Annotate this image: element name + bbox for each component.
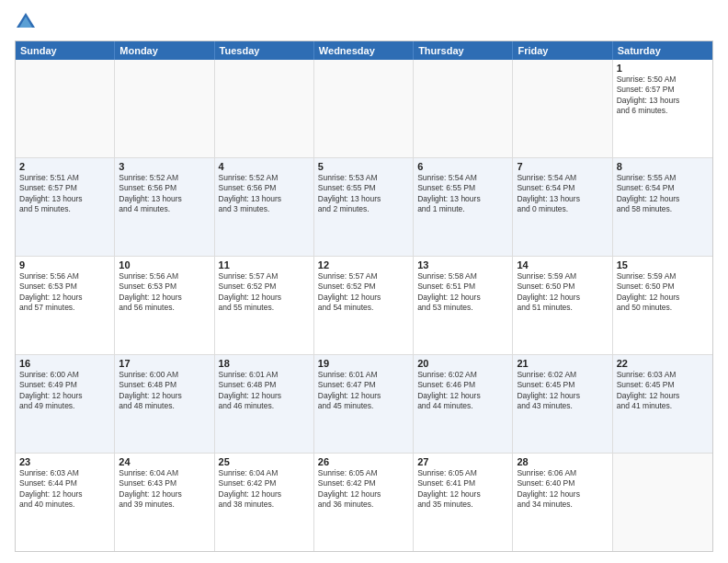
day-number: 25 <box>219 456 310 467</box>
day-number: 8 <box>617 161 709 172</box>
cal-cell-r3-c3: 19Sunrise: 6:01 AM Sunset: 6:47 PM Dayli… <box>314 355 414 453</box>
cell-info: Sunrise: 6:00 AM Sunset: 6:49 PM Dayligh… <box>19 370 110 412</box>
cell-info: Sunrise: 5:52 AM Sunset: 6:56 PM Dayligh… <box>119 173 210 215</box>
cal-cell-r0-c6: 1Sunrise: 5:50 AM Sunset: 6:57 PM Daylig… <box>613 60 712 157</box>
cal-cell-r2-c2: 11Sunrise: 5:57 AM Sunset: 6:52 PM Dayli… <box>215 257 314 354</box>
cal-cell-r4-c2: 25Sunrise: 6:04 AM Sunset: 6:42 PM Dayli… <box>215 454 314 551</box>
cal-cell-r2-c0: 9Sunrise: 5:56 AM Sunset: 6:53 PM Daylig… <box>16 257 115 354</box>
day-number: 21 <box>517 358 608 369</box>
day-number: 18 <box>219 358 310 369</box>
cal-cell-r0-c1 <box>115 60 214 157</box>
day-number: 19 <box>318 358 409 369</box>
cell-info: Sunrise: 5:56 AM Sunset: 6:53 PM Dayligh… <box>119 271 210 314</box>
cal-cell-r1-c1: 3Sunrise: 5:52 AM Sunset: 6:56 PM Daylig… <box>115 158 214 256</box>
calendar-header: SundayMondayTuesdayWednesdayThursdayFrid… <box>16 41 712 60</box>
cal-cell-r0-c3 <box>314 60 414 157</box>
cal-cell-r1-c2: 4Sunrise: 5:52 AM Sunset: 6:56 PM Daylig… <box>215 158 314 256</box>
day-number: 20 <box>417 358 508 369</box>
cell-info: Sunrise: 5:57 AM Sunset: 6:52 PM Dayligh… <box>318 271 409 314</box>
cell-info: Sunrise: 5:56 AM Sunset: 6:53 PM Dayligh… <box>19 271 110 314</box>
day-number: 15 <box>617 259 709 270</box>
day-number: 13 <box>417 259 508 270</box>
header-day-thursday: Thursday <box>414 41 513 60</box>
logo <box>15 11 40 33</box>
cal-cell-r4-c6 <box>613 454 712 551</box>
cal-cell-r3-c2: 18Sunrise: 6:01 AM Sunset: 6:48 PM Dayli… <box>215 355 314 453</box>
cell-info: Sunrise: 5:57 AM Sunset: 6:52 PM Dayligh… <box>219 271 310 314</box>
header-day-friday: Friday <box>513 41 612 60</box>
cell-info: Sunrise: 5:50 AM Sunset: 6:57 PM Dayligh… <box>617 75 709 117</box>
cell-info: Sunrise: 5:54 AM Sunset: 6:55 PM Dayligh… <box>417 173 508 215</box>
day-number: 2 <box>19 161 110 172</box>
day-number: 4 <box>219 161 310 172</box>
day-number: 10 <box>119 259 210 270</box>
cell-info: Sunrise: 5:55 AM Sunset: 6:54 PM Dayligh… <box>617 173 709 215</box>
cal-cell-r4-c0: 23Sunrise: 6:03 AM Sunset: 6:44 PM Dayli… <box>16 454 115 551</box>
header-day-saturday: Saturday <box>613 41 712 60</box>
calendar-row-0: 1Sunrise: 5:50 AM Sunset: 6:57 PM Daylig… <box>16 60 712 158</box>
day-number: 6 <box>417 161 508 172</box>
cal-cell-r0-c2 <box>215 60 314 157</box>
cal-cell-r4-c1: 24Sunrise: 6:04 AM Sunset: 6:43 PM Dayli… <box>115 454 214 551</box>
day-number: 26 <box>318 456 409 467</box>
cal-cell-r3-c5: 21Sunrise: 6:02 AM Sunset: 6:45 PM Dayli… <box>513 355 612 453</box>
cal-cell-r0-c0 <box>16 60 115 157</box>
cell-info: Sunrise: 6:02 AM Sunset: 6:46 PM Dayligh… <box>417 370 508 412</box>
calendar-row-3: 16Sunrise: 6:00 AM Sunset: 6:49 PM Dayli… <box>16 355 712 454</box>
cell-info: Sunrise: 6:05 AM Sunset: 6:41 PM Dayligh… <box>417 468 508 511</box>
cell-info: Sunrise: 5:59 AM Sunset: 6:50 PM Dayligh… <box>517 271 608 314</box>
page: SundayMondayTuesdayWednesdayThursdayFrid… <box>0 0 728 563</box>
header <box>15 11 713 33</box>
cal-cell-r1-c4: 6Sunrise: 5:54 AM Sunset: 6:55 PM Daylig… <box>414 158 513 256</box>
header-day-wednesday: Wednesday <box>314 41 414 60</box>
cell-info: Sunrise: 5:53 AM Sunset: 6:55 PM Dayligh… <box>318 173 409 215</box>
day-number: 3 <box>119 161 210 172</box>
day-number: 5 <box>318 161 409 172</box>
day-number: 22 <box>617 358 709 369</box>
cell-info: Sunrise: 6:04 AM Sunset: 6:42 PM Dayligh… <box>219 468 310 511</box>
calendar-row-4: 23Sunrise: 6:03 AM Sunset: 6:44 PM Dayli… <box>16 454 712 551</box>
cal-cell-r3-c4: 20Sunrise: 6:02 AM Sunset: 6:46 PM Dayli… <box>414 355 513 453</box>
header-day-monday: Monday <box>115 41 214 60</box>
header-day-tuesday: Tuesday <box>215 41 314 60</box>
cal-cell-r2-c3: 12Sunrise: 5:57 AM Sunset: 6:52 PM Dayli… <box>314 257 414 354</box>
cal-cell-r3-c6: 22Sunrise: 6:03 AM Sunset: 6:45 PM Dayli… <box>613 355 712 453</box>
cal-cell-r3-c1: 17Sunrise: 6:00 AM Sunset: 6:48 PM Dayli… <box>115 355 214 453</box>
cell-info: Sunrise: 6:06 AM Sunset: 6:40 PM Dayligh… <box>517 468 608 511</box>
cal-cell-r4-c3: 26Sunrise: 6:05 AM Sunset: 6:42 PM Dayli… <box>314 454 414 551</box>
calendar-row-1: 2Sunrise: 5:51 AM Sunset: 6:57 PM Daylig… <box>16 158 712 257</box>
cell-info: Sunrise: 6:03 AM Sunset: 6:44 PM Dayligh… <box>19 468 110 511</box>
day-number: 23 <box>19 456 110 467</box>
cell-info: Sunrise: 5:52 AM Sunset: 6:56 PM Dayligh… <box>219 173 310 215</box>
cell-info: Sunrise: 6:00 AM Sunset: 6:48 PM Dayligh… <box>119 370 210 412</box>
cal-cell-r1-c0: 2Sunrise: 5:51 AM Sunset: 6:57 PM Daylig… <box>16 158 115 256</box>
cal-cell-r2-c1: 10Sunrise: 5:56 AM Sunset: 6:53 PM Dayli… <box>115 257 214 354</box>
day-number: 17 <box>119 358 210 369</box>
cell-info: Sunrise: 5:51 AM Sunset: 6:57 PM Dayligh… <box>19 173 110 215</box>
day-number: 1 <box>617 63 709 74</box>
cal-cell-r2-c5: 14Sunrise: 5:59 AM Sunset: 6:50 PM Dayli… <box>513 257 612 354</box>
day-number: 14 <box>517 259 608 270</box>
cell-info: Sunrise: 5:58 AM Sunset: 6:51 PM Dayligh… <box>417 271 508 314</box>
cell-info: Sunrise: 6:04 AM Sunset: 6:43 PM Dayligh… <box>119 468 210 511</box>
cell-info: Sunrise: 6:01 AM Sunset: 6:47 PM Dayligh… <box>318 370 409 412</box>
day-number: 28 <box>517 456 608 467</box>
day-number: 24 <box>119 456 210 467</box>
cal-cell-r4-c5: 28Sunrise: 6:06 AM Sunset: 6:40 PM Dayli… <box>513 454 612 551</box>
day-number: 7 <box>517 161 608 172</box>
cell-info: Sunrise: 6:05 AM Sunset: 6:42 PM Dayligh… <box>318 468 409 511</box>
calendar: SundayMondayTuesdayWednesdayThursdayFrid… <box>15 40 713 552</box>
cell-info: Sunrise: 6:03 AM Sunset: 6:45 PM Dayligh… <box>617 370 709 412</box>
cal-cell-r2-c4: 13Sunrise: 5:58 AM Sunset: 6:51 PM Dayli… <box>414 257 513 354</box>
cal-cell-r0-c4 <box>414 60 513 157</box>
cal-cell-r4-c4: 27Sunrise: 6:05 AM Sunset: 6:41 PM Dayli… <box>414 454 513 551</box>
calendar-row-2: 9Sunrise: 5:56 AM Sunset: 6:53 PM Daylig… <box>16 257 712 355</box>
cal-cell-r2-c6: 15Sunrise: 5:59 AM Sunset: 6:50 PM Dayli… <box>613 257 712 354</box>
header-day-sunday: Sunday <box>16 41 115 60</box>
cal-cell-r1-c6: 8Sunrise: 5:55 AM Sunset: 6:54 PM Daylig… <box>613 158 712 256</box>
day-number: 16 <box>19 358 110 369</box>
day-number: 9 <box>19 259 110 270</box>
calendar-body: 1Sunrise: 5:50 AM Sunset: 6:57 PM Daylig… <box>16 60 712 551</box>
cell-info: Sunrise: 5:59 AM Sunset: 6:50 PM Dayligh… <box>617 271 709 314</box>
cell-info: Sunrise: 6:02 AM Sunset: 6:45 PM Dayligh… <box>517 370 608 412</box>
